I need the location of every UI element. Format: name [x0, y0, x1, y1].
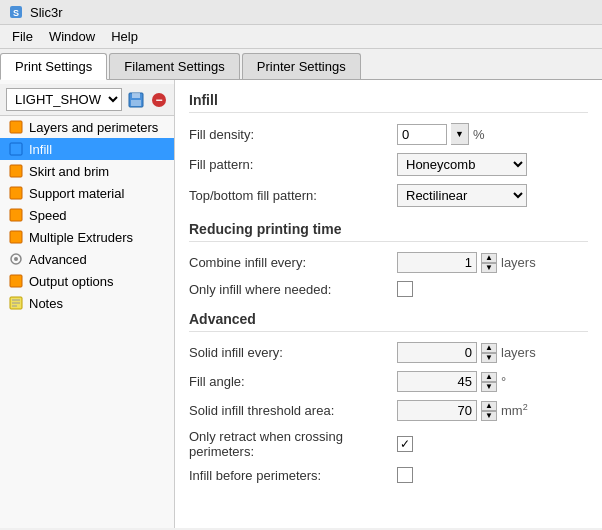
- menu-bar: File Window Help: [0, 25, 602, 49]
- fill-angle-spinner: ▲ ▼: [481, 372, 497, 392]
- retract-control: [397, 436, 413, 452]
- fill-density-input[interactable]: [397, 124, 447, 145]
- sidebar-label-advanced: Advanced: [29, 252, 87, 267]
- sidebar-item-advanced[interactable]: Advanced: [0, 248, 174, 270]
- svg-rect-9: [10, 165, 22, 177]
- sidebar-item-support[interactable]: Support material: [0, 182, 174, 204]
- combine-infill-down[interactable]: ▼: [481, 263, 497, 273]
- only-where-control: [397, 281, 413, 297]
- fill-angle-down[interactable]: ▼: [481, 382, 497, 392]
- fill-angle-up[interactable]: ▲: [481, 372, 497, 382]
- svg-rect-8: [10, 143, 22, 155]
- support-icon: [8, 185, 24, 201]
- combine-infill-label: Combine infill every:: [189, 255, 389, 270]
- svg-rect-11: [10, 209, 22, 221]
- tab-filament-settings[interactable]: Filament Settings: [109, 53, 239, 79]
- tabs-bar: Print Settings Filament Settings Printer…: [0, 49, 602, 80]
- sidebar-item-layers[interactable]: Layers and perimeters: [0, 116, 174, 138]
- solid-every-label: Solid infill every:: [189, 345, 389, 360]
- threshold-up[interactable]: ▲: [481, 401, 497, 411]
- solid-every-input[interactable]: [397, 342, 477, 363]
- combine-infill-control: ▲ ▼ layers: [397, 252, 536, 273]
- layers-icon: [8, 119, 24, 135]
- fill-density-dropdown[interactable]: ▼: [451, 123, 469, 145]
- infill-before-label: Infill before perimeters:: [189, 468, 389, 483]
- menu-help[interactable]: Help: [103, 27, 146, 46]
- speed-icon: [8, 207, 24, 223]
- title-bar: S Slic3r: [0, 0, 602, 25]
- combine-infill-unit: layers: [501, 255, 536, 270]
- output-icon: [8, 273, 24, 289]
- threshold-row: Solid infill threshold area: ▲ ▼ mm2: [189, 400, 588, 421]
- content-area: Infill Fill density: ▼ % Fill pattern: H…: [175, 80, 602, 528]
- tab-print-settings[interactable]: Print Settings: [0, 53, 107, 80]
- svg-rect-4: [131, 100, 141, 106]
- threshold-control: ▲ ▼ mm2: [397, 400, 528, 421]
- sidebar-item-notes[interactable]: Notes: [0, 292, 174, 314]
- infill-before-checkbox[interactable]: [397, 467, 413, 483]
- sidebar-label-output: Output options: [29, 274, 114, 289]
- retract-row: Only retract when crossing perimeters:: [189, 429, 588, 459]
- sidebar-label-support: Support material: [29, 186, 124, 201]
- sidebar-label-infill: Infill: [29, 142, 52, 157]
- fill-density-row: Fill density: ▼ %: [189, 123, 588, 145]
- svg-rect-7: [10, 121, 22, 133]
- sidebar-label-skirt: Skirt and brim: [29, 164, 109, 179]
- menu-window[interactable]: Window: [41, 27, 103, 46]
- sidebar-label-extruders: Multiple Extruders: [29, 230, 133, 245]
- combine-infill-up[interactable]: ▲: [481, 253, 497, 263]
- combine-infill-input[interactable]: [397, 252, 477, 273]
- svg-point-14: [14, 257, 18, 261]
- threshold-down[interactable]: ▼: [481, 411, 497, 421]
- extruders-icon: [8, 229, 24, 245]
- solid-every-control: ▲ ▼ layers: [397, 342, 536, 363]
- threshold-input[interactable]: [397, 400, 477, 421]
- svg-rect-3: [132, 93, 140, 98]
- infill-section-title: Infill: [189, 92, 588, 113]
- sidebar-item-speed[interactable]: Speed: [0, 204, 174, 226]
- fill-density-label: Fill density:: [189, 127, 389, 142]
- advanced-section-title: Advanced: [189, 311, 588, 332]
- only-where-row: Only infill where needed:: [189, 281, 588, 297]
- threshold-unit: mm2: [501, 402, 528, 418]
- only-where-checkbox[interactable]: [397, 281, 413, 297]
- fill-pattern-select[interactable]: Honeycomb: [397, 153, 527, 176]
- skirt-icon: [8, 163, 24, 179]
- solid-every-up[interactable]: ▲: [481, 343, 497, 353]
- top-bottom-label: Top/bottom fill pattern:: [189, 188, 389, 203]
- sidebar-item-output[interactable]: Output options: [0, 270, 174, 292]
- combine-infill-spinner: ▲ ▼: [481, 253, 497, 273]
- sidebar-item-extruders[interactable]: Multiple Extruders: [0, 226, 174, 248]
- notes-icon: [8, 295, 24, 311]
- sidebar-label-layers: Layers and perimeters: [29, 120, 158, 135]
- svg-text:S: S: [13, 8, 19, 18]
- retract-checkbox[interactable]: [397, 436, 413, 452]
- save-profile-button[interactable]: [126, 90, 145, 110]
- reducing-section: Reducing printing time Combine infill ev…: [189, 221, 588, 297]
- delete-profile-button[interactable]: −: [149, 90, 168, 110]
- threshold-label: Solid infill threshold area:: [189, 403, 389, 418]
- fill-pattern-row: Fill pattern: Honeycomb: [189, 153, 588, 176]
- retract-label: Only retract when crossing perimeters:: [189, 429, 389, 459]
- threshold-spinner: ▲ ▼: [481, 401, 497, 421]
- reducing-section-title: Reducing printing time: [189, 221, 588, 242]
- only-where-label: Only infill where needed:: [189, 282, 389, 297]
- top-bottom-select[interactable]: Rectilinear: [397, 184, 527, 207]
- advanced-icon: [8, 251, 24, 267]
- profile-bar: LIGHT_SHOW −: [0, 84, 174, 116]
- combine-infill-row: Combine infill every: ▲ ▼ layers: [189, 252, 588, 273]
- infill-before-row: Infill before perimeters:: [189, 467, 588, 483]
- fill-angle-input[interactable]: [397, 371, 477, 392]
- svg-rect-12: [10, 231, 22, 243]
- sidebar-item-skirt[interactable]: Skirt and brim: [0, 160, 174, 182]
- tab-printer-settings[interactable]: Printer Settings: [242, 53, 361, 79]
- sidebar-item-infill[interactable]: Infill: [0, 138, 174, 160]
- solid-every-down[interactable]: ▼: [481, 353, 497, 363]
- menu-file[interactable]: File: [4, 27, 41, 46]
- sidebar: LIGHT_SHOW −: [0, 80, 175, 528]
- profile-select[interactable]: LIGHT_SHOW: [6, 88, 122, 111]
- fill-angle-label: Fill angle:: [189, 374, 389, 389]
- svg-text:−: −: [155, 93, 162, 107]
- solid-every-spinner: ▲ ▼: [481, 343, 497, 363]
- svg-rect-10: [10, 187, 22, 199]
